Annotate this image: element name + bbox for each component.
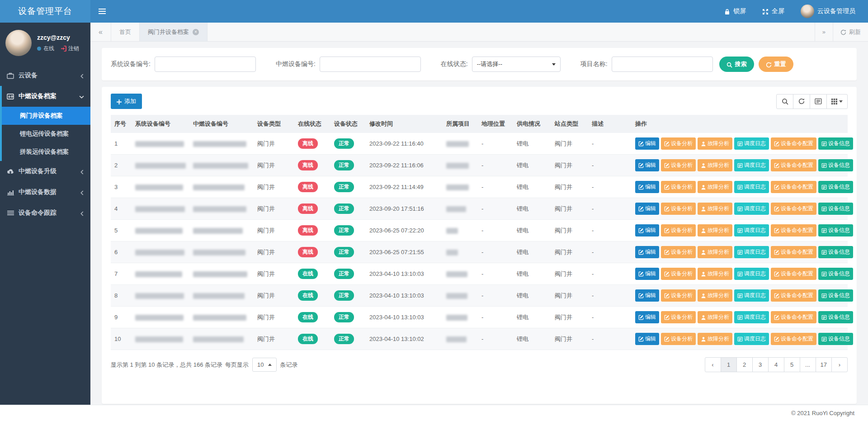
device-analysis-button[interactable]: 设备分析 bbox=[661, 224, 696, 237]
edit-button[interactable]: 编辑 bbox=[635, 268, 659, 280]
fault-analysis-button[interactable]: 故障分析 bbox=[698, 289, 732, 302]
sidebar-subitem-assembled-remote-archive[interactable]: 拼装远传设备档案 bbox=[2, 143, 90, 161]
device-info-button[interactable]: 设备信息 bbox=[818, 224, 853, 237]
device-analysis-button[interactable]: 设备分析 bbox=[661, 268, 696, 280]
device-command-config-button[interactable]: 设备命令配置 bbox=[771, 289, 816, 302]
device-command-config-button[interactable]: 设备命令配置 bbox=[771, 246, 816, 258]
device-command-config-button[interactable]: 设备命令配置 bbox=[771, 268, 816, 280]
page-4-button[interactable]: 4 bbox=[768, 357, 784, 372]
tab-valve-well-archive[interactable]: 阀门井设备档案 × bbox=[140, 23, 208, 41]
table-search-icon[interactable] bbox=[776, 94, 793, 109]
add-button[interactable]: 添加 bbox=[111, 94, 142, 109]
fault-analysis-button[interactable]: 故障分析 bbox=[698, 203, 732, 215]
device-command-config-button[interactable]: 设备命令配置 bbox=[771, 137, 816, 150]
sidebar-item-device-upgrade[interactable]: 中燃设备升级 bbox=[0, 161, 90, 182]
device-command-config-button[interactable]: 设备命令配置 bbox=[771, 159, 816, 171]
sidebar-item-cloud-device[interactable]: 云设备 bbox=[0, 65, 90, 86]
sidebar-subitem-valve-well-archive[interactable]: 阀门井设备档案 bbox=[2, 107, 90, 125]
user-menu[interactable]: 云设备管理员 bbox=[801, 5, 855, 18]
sidebar-subitem-lithium-remote-archive[interactable]: 锂电远传设备档案 bbox=[2, 125, 90, 143]
fault-analysis-button[interactable]: 故障分析 bbox=[698, 268, 732, 280]
device-analysis-button[interactable]: 设备分析 bbox=[661, 159, 696, 171]
fullscreen-button[interactable]: 全屏 bbox=[762, 7, 784, 15]
device-command-config-button[interactable]: 设备命令配置 bbox=[771, 333, 816, 345]
device-command-config-button[interactable]: 设备命令配置 bbox=[771, 311, 816, 323]
device-analysis-button[interactable]: 设备分析 bbox=[661, 203, 696, 215]
page-2-button[interactable]: 2 bbox=[736, 357, 753, 372]
lock-screen-button[interactable]: 锁屏 bbox=[724, 7, 746, 15]
edit-button[interactable]: 编辑 bbox=[635, 137, 659, 150]
device-info-button[interactable]: 设备信息 bbox=[818, 203, 853, 215]
page-size-select[interactable]: 10 bbox=[252, 358, 276, 372]
fault-analysis-button[interactable]: 故障分析 bbox=[698, 224, 732, 237]
dispatch-log-button[interactable]: 调度日志 bbox=[734, 159, 769, 171]
device-command-config-button[interactable]: 设备命令配置 bbox=[771, 224, 816, 237]
table-refresh-icon[interactable] bbox=[793, 94, 810, 109]
project-name-input[interactable] bbox=[612, 57, 713, 72]
sidebar-item-device-archive[interactable]: 中燃设备档案 bbox=[2, 86, 90, 107]
detail-view-icon[interactable] bbox=[810, 94, 827, 109]
sidebar-item-device-data[interactable]: 中燃设备数据 bbox=[0, 182, 90, 203]
device-analysis-button[interactable]: 设备分析 bbox=[661, 311, 696, 323]
columns-grid-icon[interactable] bbox=[826, 94, 848, 109]
fault-analysis-button[interactable]: 故障分析 bbox=[698, 181, 732, 193]
fault-analysis-button[interactable]: 故障分析 bbox=[698, 246, 732, 258]
edit-button[interactable]: 编辑 bbox=[635, 159, 659, 171]
device-analysis-button[interactable]: 设备分析 bbox=[661, 137, 696, 150]
device-info-button[interactable]: 设备信息 bbox=[818, 311, 853, 323]
edit-button[interactable]: 编辑 bbox=[635, 246, 659, 258]
device-info-button[interactable]: 设备信息 bbox=[818, 159, 853, 171]
dispatch-log-button[interactable]: 调度日志 bbox=[734, 311, 769, 323]
page-ellipsis-button[interactable]: ... bbox=[800, 357, 816, 372]
tab-scroll-left-button[interactable]: « bbox=[90, 23, 111, 41]
device-analysis-button[interactable]: 设备分析 bbox=[661, 333, 696, 345]
edit-button[interactable]: 编辑 bbox=[635, 224, 659, 237]
device-info-button[interactable]: 设备信息 bbox=[818, 181, 853, 193]
edit-button[interactable]: 编辑 bbox=[635, 333, 659, 345]
sidebar-toggle-button[interactable] bbox=[90, 0, 114, 23]
tab-scroll-right-button[interactable]: » bbox=[815, 23, 833, 41]
device-command-config-button[interactable]: 设备命令配置 bbox=[771, 181, 816, 193]
device-info-button[interactable]: 设备信息 bbox=[818, 289, 853, 302]
logout-button[interactable]: 注销 bbox=[61, 45, 79, 52]
sidebar-item-command-tracking[interactable]: 设备命令跟踪 bbox=[0, 203, 90, 223]
edit-button[interactable]: 编辑 bbox=[635, 289, 659, 302]
edit-button[interactable]: 编辑 bbox=[635, 203, 659, 215]
page-3-button[interactable]: 3 bbox=[752, 357, 769, 372]
page-17-button[interactable]: 17 bbox=[816, 357, 832, 372]
reset-button[interactable]: 重置 bbox=[759, 57, 793, 72]
fault-analysis-button[interactable]: 故障分析 bbox=[698, 333, 732, 345]
dispatch-log-button[interactable]: 调度日志 bbox=[734, 224, 769, 237]
device-analysis-button[interactable]: 设备分析 bbox=[661, 289, 696, 302]
page-1-button[interactable]: 1 bbox=[721, 357, 737, 372]
device-info-button[interactable]: 设备信息 bbox=[818, 137, 853, 150]
edit-button[interactable]: 编辑 bbox=[635, 181, 659, 193]
dispatch-log-button[interactable]: 调度日志 bbox=[734, 289, 769, 302]
online-status-select[interactable]: --请选择-- bbox=[472, 57, 561, 72]
device-info-button[interactable]: 设备信息 bbox=[818, 333, 853, 345]
dispatch-log-button[interactable]: 调度日志 bbox=[734, 137, 769, 150]
system-device-no-input[interactable] bbox=[155, 57, 256, 72]
close-tab-icon[interactable]: × bbox=[193, 29, 199, 35]
dispatch-log-button[interactable]: 调度日志 bbox=[734, 333, 769, 345]
prev-page-button[interactable]: ‹ bbox=[705, 357, 721, 372]
dispatch-log-button[interactable]: 调度日志 bbox=[734, 268, 769, 280]
search-button[interactable]: 搜索 bbox=[719, 57, 754, 72]
dispatch-log-button[interactable]: 调度日志 bbox=[734, 181, 769, 193]
fault-analysis-button[interactable]: 故障分析 bbox=[698, 159, 732, 171]
page-5-button[interactable]: 5 bbox=[784, 357, 800, 372]
refresh-tab-button[interactable]: 刷新 bbox=[833, 23, 868, 41]
edit-button[interactable]: 编辑 bbox=[635, 311, 659, 323]
fault-analysis-button[interactable]: 故障分析 bbox=[698, 311, 732, 323]
dispatch-log-button[interactable]: 调度日志 bbox=[734, 203, 769, 215]
device-analysis-button[interactable]: 设备分析 bbox=[661, 246, 696, 258]
tab-home[interactable]: 首页 bbox=[111, 23, 140, 41]
device-analysis-button[interactable]: 设备分析 bbox=[661, 181, 696, 193]
device-command-config-button[interactable]: 设备命令配置 bbox=[771, 203, 816, 215]
zr-device-no-input[interactable] bbox=[320, 57, 421, 72]
dispatch-log-button[interactable]: 调度日志 bbox=[734, 246, 769, 258]
device-info-button[interactable]: 设备信息 bbox=[818, 246, 853, 258]
next-page-button[interactable]: › bbox=[831, 357, 848, 372]
fault-analysis-button[interactable]: 故障分析 bbox=[698, 137, 732, 150]
device-info-button[interactable]: 设备信息 bbox=[818, 268, 853, 280]
